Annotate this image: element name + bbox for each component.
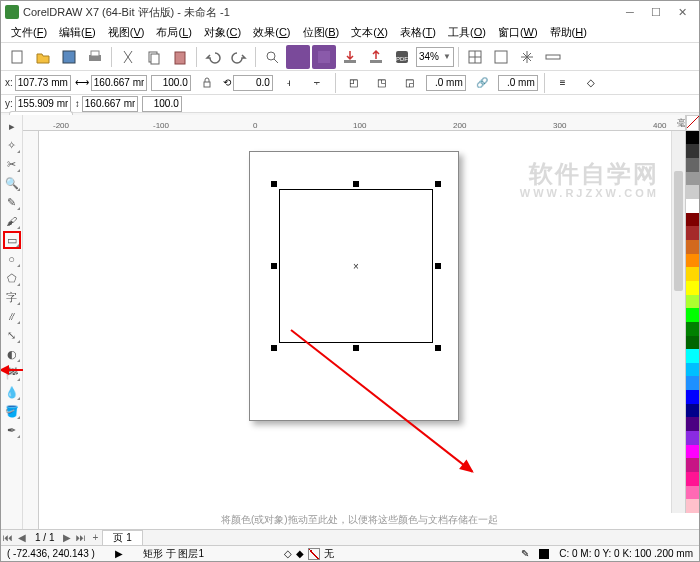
ellipse-tool[interactable]: ○ [3, 250, 21, 268]
text-tool[interactable]: 字 [3, 288, 21, 306]
fill-swatch2-icon[interactable]: ◆ [296, 548, 304, 559]
redo-button[interactable] [227, 45, 251, 69]
color-swatch[interactable] [686, 472, 699, 486]
lock-ratio-button[interactable] [195, 71, 219, 95]
scaley-input[interactable] [142, 96, 182, 112]
corner-button[interactable]: ◰ [342, 71, 366, 95]
last-page-button[interactable]: ⏭ [74, 532, 88, 543]
menu-w[interactable]: 窗口(W) [492, 25, 544, 40]
import-button[interactable] [338, 45, 362, 69]
menu-c[interactable]: 效果(C) [247, 25, 296, 40]
color-swatch[interactable] [686, 486, 699, 500]
rectangle-tool[interactable]: ▭ [3, 231, 21, 249]
menu-v[interactable]: 视图(V) [102, 25, 151, 40]
welcome-button[interactable] [286, 45, 310, 69]
horizontal-ruler[interactable]: -200-1000100200300400500600毫米 [23, 115, 699, 131]
freehand-tool[interactable]: ✎ [3, 193, 21, 211]
polygon-tool[interactable]: ⬠ [3, 269, 21, 287]
undo-button[interactable] [201, 45, 225, 69]
to-curves-button[interactable]: ◇ [579, 71, 603, 95]
relative-corner-button[interactable]: 🔗 [470, 71, 494, 95]
menu-c[interactable]: 对象(C) [198, 25, 247, 40]
publish-button[interactable] [312, 45, 336, 69]
close-button[interactable]: ✕ [669, 3, 695, 21]
paste-button[interactable] [168, 45, 192, 69]
cut-button[interactable] [116, 45, 140, 69]
handle-mid-right[interactable] [435, 263, 441, 269]
prev-page-button[interactable]: ◀ [15, 532, 29, 543]
connector-tool[interactable]: ⤡ [3, 326, 21, 344]
color-swatch[interactable] [686, 254, 699, 268]
selected-object[interactable]: × [271, 181, 441, 351]
color-swatch[interactable] [686, 281, 699, 295]
color-swatch[interactable] [686, 295, 699, 309]
next-page-button[interactable]: ▶ [60, 532, 74, 543]
height-field[interactable]: ↕ [75, 96, 138, 112]
handle-bottom-left[interactable] [271, 345, 277, 351]
outline-tool[interactable]: ✒ [3, 421, 21, 439]
color-swatch[interactable] [686, 185, 699, 199]
minimize-button[interactable]: ─ [617, 3, 643, 21]
export-button[interactable] [364, 45, 388, 69]
handle-top-right[interactable] [435, 181, 441, 187]
print-button[interactable] [83, 45, 107, 69]
scalex-field[interactable] [151, 75, 191, 91]
corner-val2[interactable] [498, 75, 538, 91]
corner-val1[interactable] [426, 75, 466, 91]
first-page-button[interactable]: ⏮ [1, 532, 15, 543]
menu-h[interactable]: 帮助(H) [544, 25, 593, 40]
menu-o[interactable]: 工具(O) [442, 25, 492, 40]
scrollbar-thumb[interactable] [674, 171, 683, 291]
scalex-input[interactable] [151, 75, 191, 91]
handle-bottom-mid[interactable] [353, 345, 359, 351]
width-input[interactable] [91, 75, 147, 91]
color-swatch[interactable] [686, 445, 699, 459]
save-button[interactable] [57, 45, 81, 69]
options-button[interactable] [489, 45, 513, 69]
add-page-button[interactable]: + [88, 532, 102, 543]
canvas[interactable]: × 软件自学网 WWW.RJZXW.COM [39, 131, 699, 529]
shape-tool[interactable]: ✧ [3, 136, 21, 154]
fill-swatch-icon[interactable]: ◇ [284, 548, 292, 559]
menu-l[interactable]: 布局(L) [150, 25, 197, 40]
x-position-field[interactable]: x: [5, 75, 71, 91]
page-tab[interactable]: 页 1 [102, 530, 142, 546]
color-swatch[interactable] [686, 404, 699, 418]
rotation-field[interactable]: ⟲ [223, 75, 273, 91]
handle-top-mid[interactable] [353, 181, 359, 187]
color-swatch[interactable] [686, 213, 699, 227]
vertical-ruler[interactable] [23, 131, 39, 529]
no-fill-icon[interactable] [308, 548, 320, 560]
menu-x[interactable]: 文本(X) [345, 25, 394, 40]
search-button[interactable] [260, 45, 284, 69]
menu-f[interactable]: 文件(F) [5, 25, 53, 40]
mirror-v-button[interactable]: ⫟ [305, 71, 329, 95]
color-swatch[interactable] [686, 431, 699, 445]
menu-e[interactable]: 编辑(E) [53, 25, 102, 40]
color-swatch[interactable] [686, 131, 699, 145]
no-color-swatch[interactable] [686, 115, 699, 131]
pick-tool[interactable]: ▸ [3, 117, 21, 135]
x-input[interactable] [15, 75, 71, 91]
menu-t[interactable]: 表格(T) [394, 25, 442, 40]
color-swatch[interactable] [686, 158, 699, 172]
color-swatch[interactable] [686, 390, 699, 404]
color-swatch[interactable] [686, 336, 699, 350]
maximize-button[interactable]: ☐ [643, 3, 669, 21]
handle-bottom-right[interactable] [435, 345, 441, 351]
color-swatch[interactable] [686, 376, 699, 390]
rotation-input[interactable] [233, 75, 273, 91]
outline-color-swatch[interactable] [539, 549, 549, 559]
copy-button[interactable] [142, 45, 166, 69]
play-icon[interactable]: ▶ [115, 548, 123, 559]
launch-button[interactable] [515, 45, 539, 69]
open-button[interactable] [31, 45, 55, 69]
color-swatch[interactable] [686, 308, 699, 322]
color-swatch[interactable] [686, 458, 699, 472]
crop-tool[interactable]: ✂ [3, 155, 21, 173]
mirror-h-button[interactable]: ⫞ [277, 71, 301, 95]
color-swatch[interactable] [686, 267, 699, 281]
color-swatch[interactable] [686, 349, 699, 363]
artistic-media-tool[interactable]: 🖌 [3, 212, 21, 230]
zoom-tool[interactable]: 🔍 [3, 174, 21, 192]
